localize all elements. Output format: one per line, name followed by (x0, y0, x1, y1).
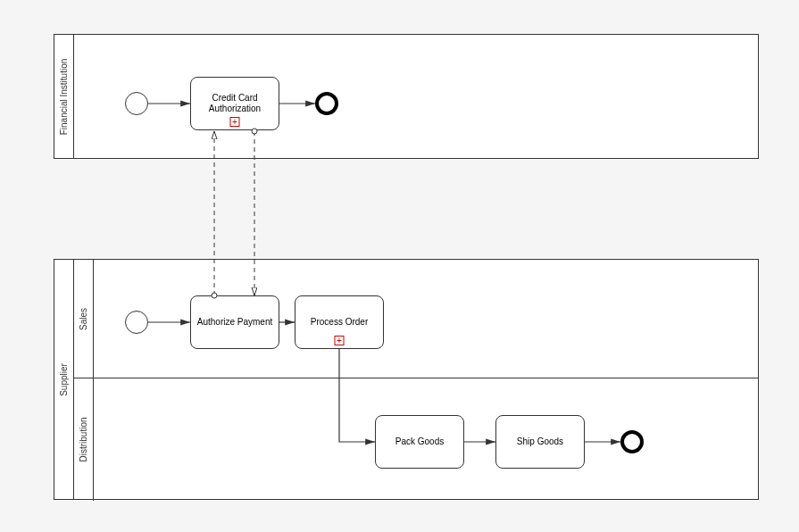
lane-label-text: Distribution (79, 417, 88, 461)
lane-label-text: Sales (79, 307, 88, 329)
subprocess-marker-icon: + (230, 117, 240, 127)
subprocess-marker-icon: + (335, 336, 345, 345)
task-label: Pack Goods (395, 436, 444, 447)
pool-label-financial: Financial Institution (54, 35, 74, 158)
pool-label-text: Financial Institution (59, 58, 69, 135)
lane-label-sales: Sales (74, 260, 94, 378)
task-label: Process Order (311, 317, 368, 328)
end-event-distribution[interactable] (620, 430, 644, 453)
task-process-order[interactable]: Process Order + (295, 295, 384, 349)
task-label: Authorize Payment (197, 317, 273, 328)
end-event-financial[interactable] (315, 92, 338, 115)
task-label: Ship Goods (517, 436, 563, 447)
lane-divider (74, 378, 758, 378)
task-credit-card-authorization[interactable]: Credit Card Authorization + (190, 77, 279, 130)
task-label: Credit Card Authorization (195, 93, 275, 114)
pool-financial-institution: Financial Institution (54, 34, 759, 159)
task-ship-goods[interactable]: Ship Goods (495, 415, 585, 469)
lane-label-distribution: Distribution (74, 378, 94, 501)
task-pack-goods[interactable]: Pack Goods (375, 415, 464, 469)
start-event-sales[interactable] (125, 311, 148, 334)
pool-label-supplier: Supplier (54, 260, 74, 499)
start-event-financial[interactable] (125, 92, 148, 115)
task-authorize-payment[interactable]: Authorize Payment (190, 295, 279, 349)
pool-label-text: Supplier (59, 363, 69, 396)
